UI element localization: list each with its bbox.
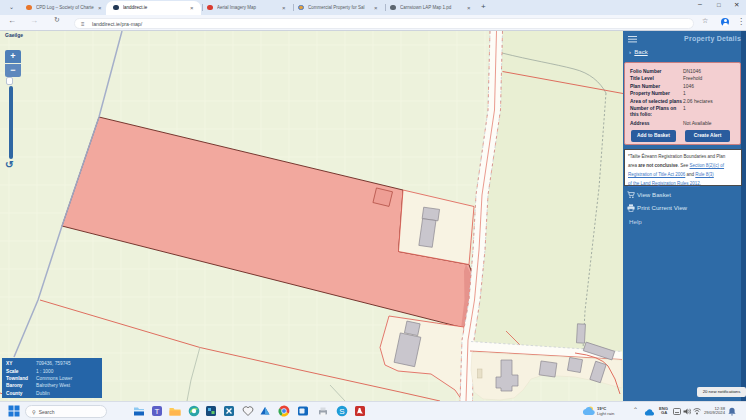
svg-text:S: S [339,407,344,416]
svg-text:T: T [155,407,160,416]
